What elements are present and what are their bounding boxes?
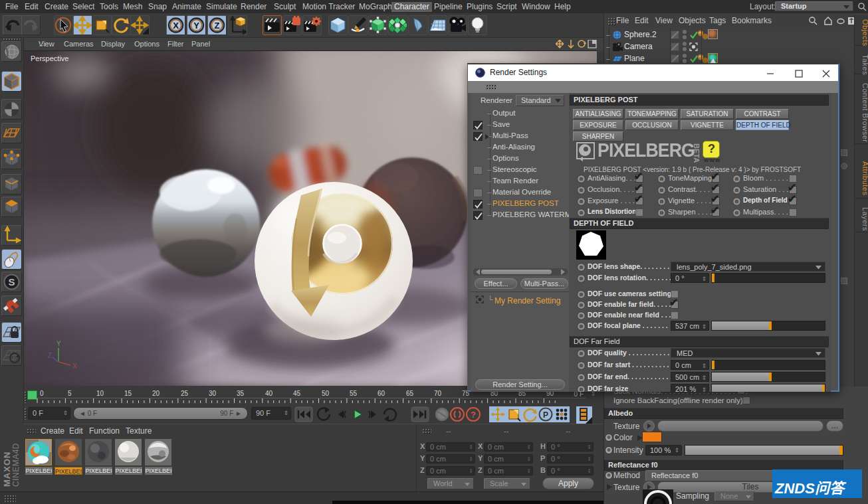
svg-text:60: 60: [378, 390, 385, 397]
svg-text:50: 50: [322, 390, 330, 397]
svg-text:40: 40: [265, 390, 273, 397]
svg-text:Perspective: Perspective: [31, 54, 68, 62]
svg-text:S: S: [8, 276, 15, 288]
svg-text:15: 15: [124, 390, 132, 397]
svg-text:Z: Z: [215, 21, 220, 31]
svg-text:45: 45: [293, 390, 301, 397]
svg-text:10: 10: [96, 390, 104, 397]
svg-text:0: 0: [40, 390, 44, 397]
svg-text:30: 30: [209, 390, 217, 397]
svg-text:?: ?: [471, 410, 476, 420]
svg-text:65: 65: [406, 390, 414, 397]
svg-text:P: P: [543, 410, 548, 420]
svg-text:70: 70: [434, 390, 442, 397]
svg-text:5: 5: [68, 390, 72, 397]
svg-text:Y: Y: [193, 21, 199, 31]
svg-text:55: 55: [350, 390, 358, 397]
svg-text:25: 25: [181, 390, 189, 397]
svg-text:X: X: [173, 21, 179, 31]
svg-text:20: 20: [152, 390, 160, 397]
svg-text:35: 35: [237, 390, 245, 397]
